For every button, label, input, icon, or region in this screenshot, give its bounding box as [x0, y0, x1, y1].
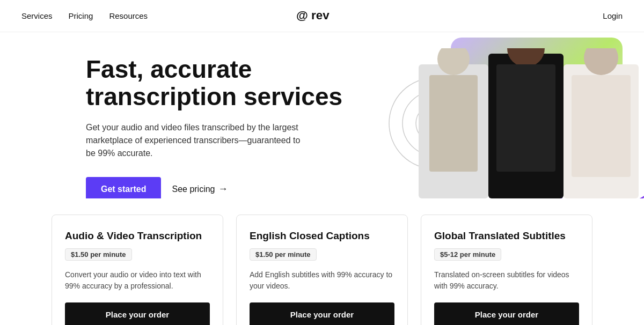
- arrow-icon: →: [218, 183, 228, 195]
- people-illustration: [413, 48, 644, 198]
- place-order-button-3[interactable]: Place your order: [434, 302, 579, 325]
- nav-right: Login: [603, 11, 623, 21]
- nav-services[interactable]: Services: [21, 11, 53, 20]
- card-subtitles: Global Translated Subtitles $5-12 per mi…: [421, 215, 592, 325]
- card-3-price: $5-12 per minute: [434, 248, 501, 261]
- see-pricing-link[interactable]: See pricing →: [172, 183, 228, 195]
- hero-section: Fast, accurate transcription services Ge…: [0, 32, 644, 198]
- card-2-desc: Add English subtitles with 99% accuracy …: [250, 269, 394, 292]
- card-2-price: $1.50 per minute: [250, 248, 317, 261]
- nav-resources[interactable]: Resources: [109, 11, 148, 20]
- card-captions: English Closed Captions $1.50 per minute…: [236, 215, 408, 325]
- hero-subtitle: Get your audio and video files transcrib…: [86, 121, 311, 160]
- cards-section: Audio & Video Transcription $1.50 per mi…: [0, 198, 644, 325]
- card-3-title: Global Translated Subtitles: [434, 230, 579, 242]
- hero-title: Fast, accurate transcription services: [86, 56, 365, 110]
- get-started-button[interactable]: Get started: [86, 177, 161, 198]
- card-1-price: $1.50 per minute: [65, 248, 132, 261]
- logo[interactable]: @ rev: [296, 6, 348, 26]
- login-link[interactable]: Login: [603, 11, 623, 20]
- hero-image: [360, 32, 644, 198]
- card-2-title: English Closed Captions: [250, 230, 394, 242]
- place-order-button-2[interactable]: Place your order: [250, 302, 394, 325]
- nav-pricing[interactable]: Pricing: [69, 11, 93, 20]
- card-1-desc: Convert your audio or video into text wi…: [65, 269, 210, 292]
- nav-links: Services Pricing Resources: [21, 11, 148, 20]
- hero-text: Fast, accurate transcription services Ge…: [86, 56, 365, 198]
- card-1-title: Audio & Video Transcription: [65, 230, 210, 242]
- card-transcription: Audio & Video Transcription $1.50 per mi…: [52, 215, 223, 325]
- navbar: Services Pricing Resources @ rev Login: [0, 0, 644, 32]
- place-order-button-1[interactable]: Place your order: [65, 302, 210, 325]
- svg-rect-10: [496, 64, 555, 172]
- card-3-desc: Translated on-screen subtitles for video…: [434, 269, 579, 292]
- svg-rect-7: [429, 75, 478, 172]
- svg-text:@ rev: @ rev: [296, 9, 330, 22]
- svg-rect-13: [572, 75, 631, 177]
- hero-actions: Get started See pricing →: [86, 177, 365, 198]
